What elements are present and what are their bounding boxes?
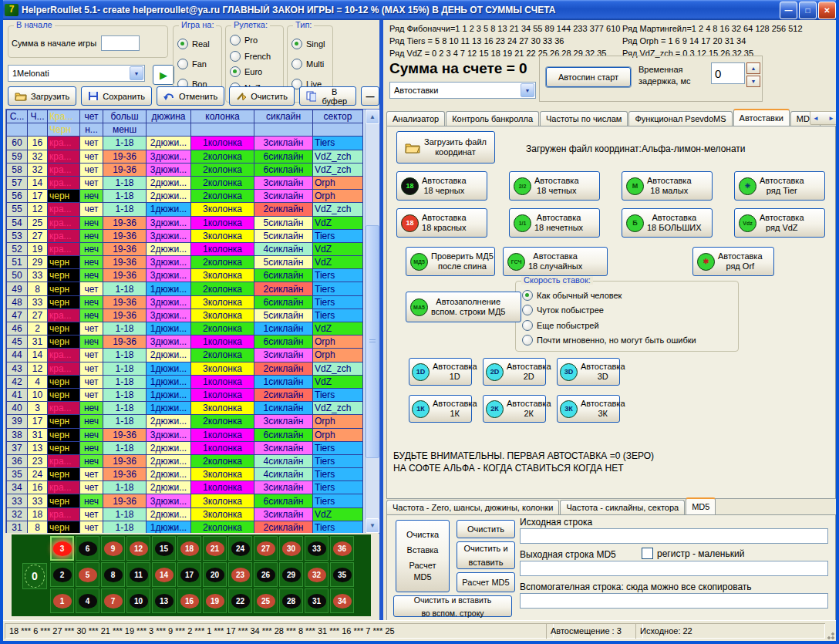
board-cell-36[interactable]: 36 — [330, 536, 354, 561]
save-button[interactable]: Сохранить — [81, 86, 152, 106]
table-row-51[interactable]: 5129черннеч19-363дюжи...2колонка5сиклайн… — [7, 256, 363, 269]
table-row-34[interactable]: 3416кра...чет1-182дюжи...1колонка3сиклай… — [7, 481, 363, 494]
board-cell-25[interactable]: 25 — [254, 588, 278, 613]
board-cell-4[interactable]: 4 — [76, 588, 99, 613]
load-coords-button[interactable]: Загрузить файлкоординат — [396, 131, 495, 164]
table-row-59[interactable]: 5932кра...чет19-363дюжи...2колонка6сикла… — [7, 150, 363, 163]
stake-button-18-красных[interactable]: 18Автоставка18 красных — [396, 208, 487, 238]
table-row-40[interactable]: 403кра...неч1-181дюжи...3колонка1сиклайн… — [7, 402, 363, 415]
board-cell-13[interactable]: 13 — [152, 588, 176, 613]
board-cell-29[interactable]: 29 — [279, 562, 303, 587]
stake-button-после-спина[interactable]: МД5Проверить МД5после спина — [406, 247, 495, 276]
stake-button-3К[interactable]: 3КАвтоставка3К — [557, 395, 620, 423]
column-header[interactable]: сиклайн — [254, 110, 313, 123]
board-cell-31[interactable]: 31 — [305, 588, 329, 613]
board-cell-0[interactable]: 0 — [22, 563, 47, 589]
table-row-35[interactable]: 3524чернчет19-362дюжи...3колонка4сиклайн… — [7, 468, 363, 481]
scroll-up-icon[interactable]: ▲ — [366, 110, 379, 124]
start-sum-input[interactable] — [101, 35, 140, 51]
stake-button-3D[interactable]: 3DАвтоставка3D — [557, 358, 620, 386]
speed-radio-3[interactable]: Еще побыстрей — [522, 320, 732, 331]
stake-button-18-черных[interactable]: 18Автоставка18 черных — [396, 171, 487, 201]
md5-clear-paste-button[interactable]: Очистить ивставить — [457, 541, 515, 569]
board-cell-26[interactable]: 26 — [254, 562, 278, 587]
stake-button-18-случайных[interactable]: ГСЧАвтоставка18 случайных — [503, 247, 608, 276]
mode-dropdown[interactable]: Автоставки ▼ — [389, 82, 536, 99]
table-row-60[interactable]: 6016кра...чет1-182дюжи...1колонка3сиклай… — [7, 137, 363, 150]
aux-string-input[interactable] — [520, 593, 828, 609]
stake-button-ряд-Tier[interactable]: ✳Автоставкаряд Tier — [734, 171, 825, 201]
column-header[interactable] — [191, 123, 254, 137]
preset-dropdown[interactable]: 1Melonati ▼ — [8, 65, 145, 82]
speed-radio-4[interactable]: Почти мгновенно, но могут быть ошибки — [522, 335, 732, 346]
board-cell-6[interactable]: 6 — [76, 536, 99, 561]
column-header[interactable]: больш — [103, 110, 147, 123]
table-row-38[interactable]: 3831черннеч19-363дюжи...1колонка6сиклайн… — [7, 428, 363, 441]
play-button[interactable]: ▶ — [153, 65, 174, 85]
scroll-thumb[interactable] — [366, 225, 379, 458]
column-header[interactable] — [254, 123, 313, 137]
stake-button-ряд-VdZ[interactable]: VdzАвтоставкаряд VdZ — [734, 208, 825, 238]
autospin-start-button[interactable]: Автоспин старт — [546, 67, 631, 87]
tab-right-icon[interactable]: ► — [828, 115, 834, 122]
undo-button[interactable]: Отменить — [157, 86, 224, 106]
board-cell-11[interactable]: 11 — [126, 562, 150, 587]
board-cell-24[interactable]: 24 — [228, 536, 252, 561]
table-row-55[interactable]: 5512кра...чет1-181дюжи...3колонка2сиклай… — [7, 203, 363, 216]
speed-radio-1[interactable]: Как обычный человек — [522, 290, 732, 301]
table-row-49[interactable]: 498чернчет1-181дюжи...2колонка2сиклайнTi… — [7, 282, 363, 295]
subtab-1[interactable]: Частота - Zero, шансы, дюжины, колонки — [386, 500, 559, 514]
minus-button[interactable]: — — [361, 86, 379, 106]
stake-button-ряд-Orf[interactable]: ✱Автоставкаряд Orf — [692, 247, 774, 276]
table-row-54[interactable]: 5425кра...неч19-363дюжи...1колонка5сикла… — [7, 216, 363, 229]
spin-up-icon[interactable]: ▲ — [746, 62, 760, 74]
subtab-2[interactable]: Частота - сиклайны, сектора — [560, 500, 685, 514]
board-cell-5[interactable]: 5 — [76, 562, 99, 587]
tab-2[interactable]: Контроль банкролла — [446, 111, 539, 126]
md5-clear-button[interactable]: Очистить — [457, 520, 515, 538]
column-header[interactable]: колонка — [191, 110, 254, 123]
board-cell-30[interactable]: 30 — [279, 536, 303, 561]
radio-Fan[interactable]: Fan — [177, 59, 217, 69]
maximize-button[interactable]: □ — [799, 2, 817, 19]
stake-button-вспом-строки-МД5[interactable]: МА5Автозаполнениевспом. строки МД5 — [406, 292, 521, 322]
load-button[interactable]: Загрузить — [8, 86, 76, 106]
output-string-input[interactable] — [520, 561, 828, 576]
radio-Multi[interactable]: Multi — [291, 59, 329, 69]
scroll-down-icon[interactable]: ▼ — [366, 518, 379, 533]
table-row-31[interactable]: 318чернчет1-181дюжи...2колонка2сиклайнTi… — [7, 521, 363, 534]
table-row-44[interactable]: 4414кра...чет1-182дюжи...2колонка3сиклай… — [7, 349, 363, 362]
table-row-50[interactable]: 5033черннеч19-363дюжи...3колонка6сиклайн… — [7, 269, 363, 282]
close-button[interactable]: ✕ — [818, 2, 836, 19]
clear-button[interactable]: Очистить — [229, 86, 295, 106]
stake-button-18-малых[interactable]: МАвтоставка18 малых — [622, 171, 713, 201]
board-cell-34[interactable]: 34 — [330, 588, 354, 613]
tab-4[interactable]: Функционал PsevdoMS — [628, 111, 732, 126]
column-header[interactable]: Кра... — [48, 110, 80, 123]
chevron-down-icon[interactable]: ▼ — [521, 83, 534, 97]
table-row-43[interactable]: 4312кра...чет1-181дюжи...3колонка2сиклай… — [7, 362, 363, 375]
column-header[interactable]: сектор — [313, 110, 363, 123]
column-header[interactable] — [313, 123, 363, 137]
stake-button-18-четных[interactable]: 2/2Автоставка18 четных — [509, 171, 600, 201]
board-cell-12[interactable]: 12 — [126, 536, 150, 561]
md5-calc-button[interactable]: Расчет MD5 — [457, 572, 515, 592]
spin-down-icon[interactable]: ▼ — [746, 76, 760, 87]
table-row-53[interactable]: 5327кра...неч19-363дюжи...3колонка5сикла… — [7, 229, 363, 242]
board-cell-35[interactable]: 35 — [330, 562, 354, 587]
column-header[interactable] — [28, 123, 48, 137]
column-header[interactable]: С... — [7, 110, 28, 123]
table-row-33[interactable]: 3333черннеч19-363дюжи...3колонка6сиклайн… — [7, 494, 363, 507]
radio-Singl[interactable]: Singl — [291, 39, 329, 49]
table-row-42[interactable]: 424чернчет1-181дюжи...1колонка1сиклайнVd… — [7, 375, 363, 388]
board-cell-27[interactable]: 27 — [254, 536, 278, 561]
board-cell-17[interactable]: 17 — [177, 562, 201, 587]
board-cell-21[interactable]: 21 — [203, 536, 227, 561]
table-row-48[interactable]: 4833черннеч19-363дюжи...3колонка6сиклайн… — [7, 295, 363, 309]
board-cell-19[interactable]: 19 — [203, 588, 227, 613]
column-header[interactable]: н... — [80, 123, 103, 137]
table-row-39[interactable]: 3917черннеч1-182дюжи...2колонка3сиклайнO… — [7, 415, 363, 428]
board-cell-10[interactable]: 10 — [126, 588, 150, 613]
board-cell-9[interactable]: 9 — [101, 536, 125, 561]
radio-Pro[interactable]: Pro — [230, 35, 279, 46]
